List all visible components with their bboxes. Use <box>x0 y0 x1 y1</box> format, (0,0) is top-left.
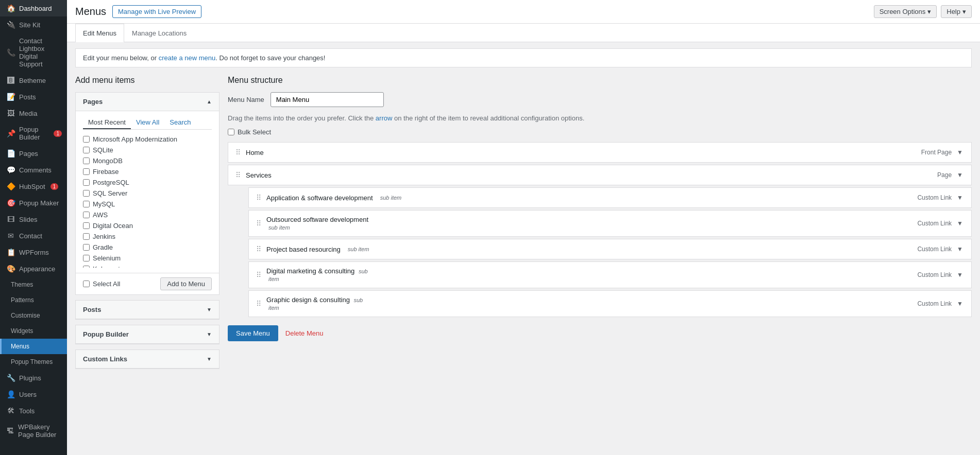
contact-lightbox-icon: 📞 <box>7 48 15 57</box>
menu-actions: Save Menu Delete Menu <box>228 325 972 341</box>
comments-icon: 💬 <box>7 166 15 174</box>
sidebar: 🏠 Dashboard 🔌 Site Kit 📞 Contact Lightbo… <box>0 0 67 455</box>
drag-handle-home[interactable]: ⠿ <box>235 148 241 156</box>
drag-handle-outsourced[interactable]: ⠿ <box>256 219 261 227</box>
sidebar-item-contact[interactable]: ✉ Contact <box>0 227 67 244</box>
sidebar-item-dashboard[interactable]: 🏠 Dashboard <box>0 0 67 16</box>
sidebar-item-site-kit[interactable]: 🔌 Site Kit <box>0 16 67 33</box>
sidebar-item-slides[interactable]: 🎞 Slides <box>0 211 67 227</box>
page-item-mysql[interactable]: MySQL <box>83 199 212 209</box>
bulk-select-row: Bulk Select <box>228 128 972 136</box>
sidebar-item-users[interactable]: 👤 Users <box>0 386 67 402</box>
add-menu-items-title: Add menu items <box>75 76 219 85</box>
pages-section-header[interactable]: Pages ▲ <box>76 93 219 111</box>
page-item-mongodb[interactable]: MongoDB <box>83 155 212 166</box>
sidebar-item-patterns[interactable]: Patterns <box>0 292 67 308</box>
sidebar-item-posts[interactable]: 📝 Posts <box>0 89 67 105</box>
menu-name-label: Menu Name <box>228 96 264 103</box>
chevron-down-icon: ▾ <box>962 8 966 15</box>
menu-item-app-software: ⠿ Application & software development sub… <box>248 187 972 208</box>
delete-menu-link[interactable]: Delete Menu <box>285 329 324 337</box>
posts-section-header[interactable]: Posts ▼ <box>76 301 219 319</box>
pages-checkbox-list: Microsoft App Modernization SQLite Mongo… <box>83 134 212 268</box>
appearance-icon: 🎨 <box>7 265 15 273</box>
sidebar-item-wpbakery[interactable]: 🏗 WPBakery Page Builder <box>0 419 67 443</box>
page-title: Menus <box>75 6 106 18</box>
save-menu-button[interactable]: Save Menu <box>228 325 278 341</box>
sidebar-item-popup-themes[interactable]: Popup Themes <box>0 354 67 370</box>
screen-options-button[interactable]: Screen Options ▾ <box>874 5 937 18</box>
sidebar-item-wpforms[interactable]: 📋 WPForms <box>0 244 67 260</box>
pages-section-footer: Select All Add to Menu <box>76 273 219 294</box>
drag-handle-graphic-design[interactable]: ⠿ <box>256 300 261 308</box>
popup-builder-collapse-arrow: ▼ <box>207 331 212 337</box>
sidebar-item-pages[interactable]: 📄 Pages <box>0 145 67 162</box>
help-button[interactable]: Help ▾ <box>941 5 972 18</box>
popup-maker-icon: 🎯 <box>7 199 15 207</box>
pages-tabs-row: Most Recent View All Search <box>83 116 212 130</box>
select-all-label[interactable]: Select All <box>83 280 120 288</box>
sidebar-item-popup-builder[interactable]: 📌 Popup Builder 1 <box>0 121 67 145</box>
page-item-kubernetes[interactable]: Kubernetes <box>83 264 212 268</box>
sidebar-item-betheme[interactable]: 🅱 Betheme <box>0 72 67 89</box>
page-item-sql-server[interactable]: SQL Server <box>83 188 212 199</box>
menu-item-graphic-design: ⠿ Graphic design & consulting sub item C… <box>248 290 972 317</box>
sidebar-item-tools[interactable]: 🛠 Tools <box>0 402 67 419</box>
home-dropdown-button[interactable]: ▼ <box>956 148 964 157</box>
pages-tab-search[interactable]: Search <box>164 116 196 129</box>
sidebar-item-appearance[interactable]: 🎨 Appearance <box>0 260 67 277</box>
outsourced-dropdown-button[interactable]: ▼ <box>956 219 964 228</box>
sidebar-item-widgets[interactable]: Widgets <box>0 323 67 339</box>
page-item-postgresql[interactable]: PostgreSQL <box>83 177 212 188</box>
sidebar-item-plugins[interactable]: 🔧 Plugins <box>0 370 67 386</box>
bulk-select-checkbox[interactable] <box>228 129 234 135</box>
app-software-dropdown-button[interactable]: ▼ <box>956 193 964 202</box>
posts-section: Posts ▼ <box>75 300 219 320</box>
sidebar-item-contact-lightbox[interactable]: 📞 Contact Lightbox Digital Support <box>0 33 67 72</box>
sidebar-item-popup-maker[interactable]: 🎯 Popup Maker <box>0 195 67 211</box>
sidebar-item-menus[interactable]: Menus <box>0 339 67 354</box>
graphic-design-dropdown-button[interactable]: ▼ <box>956 299 964 308</box>
tab-edit-menus[interactable]: Edit Menus <box>75 24 124 42</box>
drag-handle-services[interactable]: ⠿ <box>235 171 241 179</box>
page-item-digital-ocean[interactable]: Digital Ocean <box>83 220 212 231</box>
topbar: Menus Manage with Live Preview Screen Op… <box>67 0 980 24</box>
digital-marketing-dropdown-button[interactable]: ▼ <box>956 270 964 279</box>
popup-builder-section-header[interactable]: Popup Builder ▼ <box>76 325 219 344</box>
create-new-menu-link[interactable]: create a new menu <box>159 54 216 62</box>
page-item-jenkins[interactable]: Jenkins <box>83 231 212 242</box>
services-dropdown-button[interactable]: ▼ <box>956 170 964 180</box>
drag-hint: Drag the items into the order you prefer… <box>228 114 972 122</box>
page-item-selenium[interactable]: Selenium <box>83 253 212 264</box>
page-item-sqlite[interactable]: SQLite <box>83 145 212 155</box>
custom-links-section-header[interactable]: Custom Links ▼ <box>76 350 219 369</box>
drag-handle-app-software[interactable]: ⠿ <box>256 194 261 202</box>
select-all-checkbox[interactable] <box>83 281 90 287</box>
menu-name-input[interactable] <box>271 92 384 107</box>
main-content: Menus Manage with Live Preview Screen Op… <box>67 0 980 455</box>
page-item-gradle[interactable]: Gradle <box>83 242 212 253</box>
drag-handle-project-based[interactable]: ⠿ <box>256 245 261 253</box>
sidebar-item-customise[interactable]: Customise <box>0 308 67 323</box>
tab-manage-locations[interactable]: Manage Locations <box>124 24 194 42</box>
page-item-microsoft[interactable]: Microsoft App Modernization <box>83 134 212 145</box>
menu-item-home: ⠿ Home Front Page ▼ <box>228 142 972 163</box>
bulk-select-label[interactable]: Bulk Select <box>228 128 972 136</box>
posts-collapse-arrow: ▼ <box>207 307 212 312</box>
sidebar-item-hubspot[interactable]: 🔶 HubSpot 1 <box>0 178 67 195</box>
menu-structure-title: Menu structure <box>228 76 972 85</box>
arrow-link[interactable]: arrow <box>376 114 393 122</box>
pages-tab-view-all[interactable]: View All <box>131 116 164 129</box>
sidebar-item-themes[interactable]: Themes <box>0 277 67 292</box>
pages-tab-most-recent[interactable]: Most Recent <box>83 116 131 129</box>
drag-handle-digital-marketing[interactable]: ⠿ <box>256 271 261 279</box>
menu-item-services: ⠿ Services Page ▼ <box>228 165 972 185</box>
popup-builder-icon: 📌 <box>7 129 15 137</box>
page-item-aws[interactable]: AWS <box>83 209 212 220</box>
project-based-dropdown-button[interactable]: ▼ <box>956 244 964 254</box>
sidebar-item-comments[interactable]: 💬 Comments <box>0 162 67 178</box>
live-preview-button[interactable]: Manage with Live Preview <box>112 5 201 18</box>
add-to-menu-button[interactable]: Add to Menu <box>160 277 212 290</box>
page-item-firebase[interactable]: Firebase <box>83 166 212 177</box>
sidebar-item-media[interactable]: 🖼 Media <box>0 105 67 121</box>
